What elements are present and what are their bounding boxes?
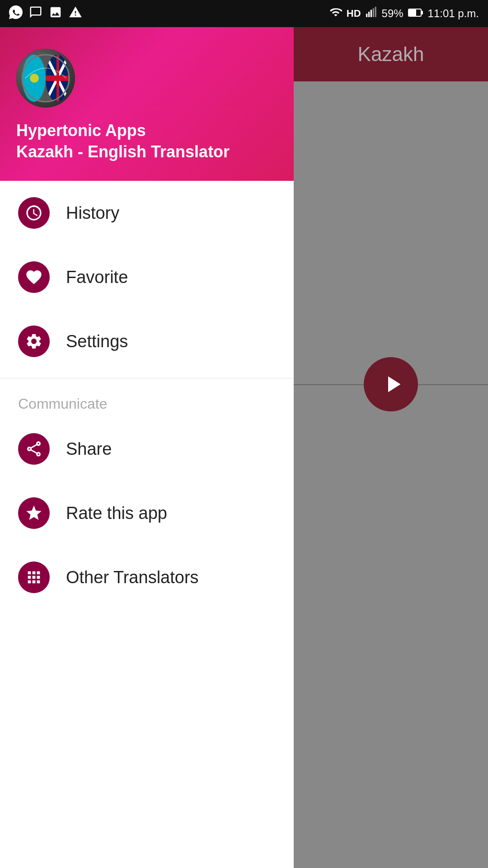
menu-item-rate[interactable]: Rate this app bbox=[0, 481, 294, 545]
play-button[interactable] bbox=[364, 357, 418, 411]
status-bar-left bbox=[9, 5, 82, 22]
history-label: History bbox=[66, 203, 119, 223]
app-title-2: Kazakh - English Translator bbox=[16, 142, 277, 163]
star-icon bbox=[18, 497, 50, 529]
status-bar: HD 59% 11:01 p.m. bbox=[0, 0, 488, 27]
gear-icon bbox=[18, 326, 50, 357]
grid-icon bbox=[18, 561, 50, 593]
communicate-section-label: Communicate bbox=[0, 383, 294, 417]
menu-item-share[interactable]: Share bbox=[0, 417, 294, 481]
signal-icon bbox=[366, 6, 377, 21]
svg-rect-3 bbox=[372, 8, 374, 17]
drawer-header: Hypertonic Apps Kazakh - English Transla… bbox=[0, 27, 294, 181]
menu-item-favorite[interactable]: Favorite bbox=[0, 245, 294, 309]
share-icon bbox=[18, 433, 50, 465]
time: 11:01 p.m. bbox=[428, 7, 479, 20]
right-panel-content bbox=[294, 81, 488, 687]
share-label: Share bbox=[66, 439, 112, 459]
svg-rect-7 bbox=[422, 11, 423, 14]
right-panel: Kazakh bbox=[294, 27, 488, 868]
right-panel-title: Kazakh bbox=[358, 43, 424, 66]
main-layout: Hypertonic Apps Kazakh - English Transla… bbox=[0, 27, 488, 868]
heart-icon bbox=[18, 261, 50, 293]
menu-item-other[interactable]: Other Translators bbox=[0, 545, 294, 609]
warning-icon bbox=[69, 5, 82, 22]
menu-item-history[interactable]: History bbox=[0, 181, 294, 245]
svg-rect-1 bbox=[368, 12, 370, 17]
svg-rect-2 bbox=[370, 10, 371, 17]
svg-rect-6 bbox=[409, 9, 416, 16]
whatsapp-icon bbox=[9, 5, 23, 22]
menu-item-settings[interactable]: Settings bbox=[0, 309, 294, 373]
rate-label: Rate this app bbox=[66, 504, 167, 523]
favorite-label: Favorite bbox=[66, 268, 128, 287]
battery-percent: 59% bbox=[382, 7, 404, 20]
message-icon bbox=[29, 5, 42, 22]
wifi-icon bbox=[329, 6, 342, 21]
right-panel-header: Kazakh bbox=[294, 27, 488, 81]
battery-icon bbox=[408, 7, 423, 20]
app-title-1: Hypertonic Apps bbox=[16, 120, 277, 142]
hd-badge: HD bbox=[347, 8, 361, 19]
drawer-menu: History Favorite Settings Communicate bbox=[0, 181, 294, 868]
drawer: Hypertonic Apps Kazakh - English Transla… bbox=[0, 27, 294, 868]
divider bbox=[0, 378, 294, 378]
svg-rect-4 bbox=[375, 7, 376, 17]
right-panel-bottom bbox=[294, 687, 488, 868]
status-bar-right: HD 59% 11:01 p.m. bbox=[329, 6, 479, 21]
svg-point-12 bbox=[30, 74, 39, 83]
svg-rect-0 bbox=[366, 14, 367, 17]
clock-icon bbox=[18, 197, 50, 229]
settings-label: Settings bbox=[66, 332, 128, 351]
image-icon bbox=[49, 5, 62, 22]
app-logo bbox=[16, 49, 75, 108]
other-translators-label: Other Translators bbox=[66, 568, 199, 587]
